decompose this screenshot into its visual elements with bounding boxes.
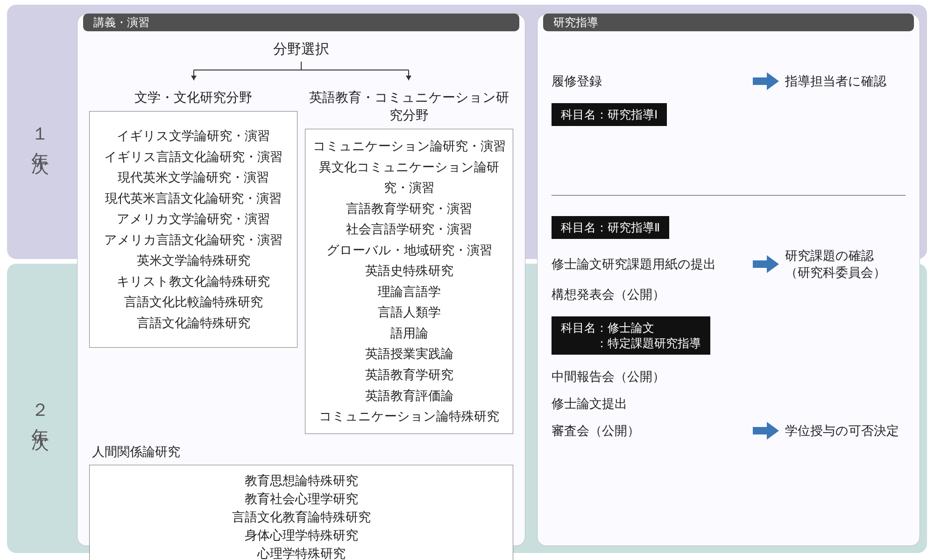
course-item: イギリス文学論研究・演習: [92, 126, 294, 147]
concept-presentation-row: 構想発表会（公開）: [552, 281, 906, 308]
course-item: 言語教育学研究・演習: [308, 198, 510, 219]
course-item: 異文化コミュニケーション論研究・演習: [308, 157, 510, 198]
course-item: 言語文化教育論特殊研究: [92, 508, 510, 526]
course-item: 身体心理学特殊研究: [92, 526, 510, 545]
registration-note: 指導担当者に確認: [785, 73, 906, 90]
course-item: 心理学特殊研究: [92, 545, 510, 560]
course-item: 語用論: [308, 323, 510, 344]
interim-report-row: 中間報告会（公開）: [552, 363, 906, 390]
course-item: 理論言語学: [308, 281, 510, 302]
thesis-submit-label: 修士論文提出: [552, 395, 748, 412]
review-row: 審査会（公開） 学位授与の可否決定: [552, 417, 906, 444]
arrow-right-icon: [753, 71, 780, 91]
course-item: 英米文学論特殊研究: [92, 250, 294, 271]
research-guidance-panel: 研究指導 履修登録 指導担当者に確認 科目名：研究指導Ⅰ 科目名：研究指導Ⅱ 修…: [537, 14, 920, 546]
submit-paper-note: 研究課題の確認 （研究科委員会）: [785, 247, 906, 281]
concept-presentation-label: 構想発表会（公開）: [552, 286, 748, 303]
course-item: 社会言語学研究・演習: [308, 219, 510, 240]
year-divider: [552, 195, 906, 196]
course-item: 現代英米言語文化論研究・演習: [92, 188, 294, 209]
year-1-label: １年次: [14, 5, 65, 259]
course-item: 教育社会心理学研究: [92, 490, 510, 508]
course-pill-3: 科目名：修士論文 ：特定課題研究指導: [552, 316, 710, 355]
human-relations-course-box: 教育思想論特殊研究教育社会心理学研究言語文化教育論特殊研究身体心理学特殊研究心理…: [89, 465, 513, 560]
year-2-label: ２年次: [14, 264, 65, 553]
english-edu-column-head: 英語教育・コミュニケーション研究分野: [305, 89, 513, 124]
branch-connector-icon: [166, 62, 437, 86]
literature-column-head: 文学・文化研究分野: [89, 89, 297, 106]
arrow-right-icon: [753, 421, 780, 441]
course-item: コミュニケーション論特殊研究: [308, 406, 510, 427]
course-item: グローバル・地域研究・演習: [308, 240, 510, 261]
course-item: キリスト教文化論特殊研究: [92, 271, 294, 292]
submit-paper-label: 修士論文研究課題用紙の提出: [552, 256, 748, 273]
course-item: コミュニケーション論研究・演習: [308, 136, 510, 157]
course-item: 言語文化論特殊研究: [92, 313, 294, 334]
registration-row: 履修登録 指導担当者に確認: [552, 68, 906, 95]
interim-report-label: 中間報告会（公開）: [552, 368, 748, 385]
arrow-right-icon: [753, 254, 780, 274]
literature-column: 文学・文化研究分野 イギリス文学論研究・演習イギリス言語文化論研究・演習現代英米…: [89, 89, 297, 434]
review-note: 学位授与の可否決定: [785, 422, 906, 439]
english-edu-course-box: コミュニケーション論研究・演習異文化コミュニケーション論研究・演習言語教育学研究…: [305, 129, 513, 434]
course-item: 現代英米文学論研究・演習: [92, 167, 294, 188]
course-item: 英語史特殊研究: [308, 260, 510, 281]
human-relations-head: 人間関係論研究: [92, 443, 513, 460]
course-item: イギリス言語文化論研究・演習: [92, 147, 294, 168]
thesis-submit-row: 修士論文提出: [552, 390, 906, 417]
course-item: アメリカ言語文化論研究・演習: [92, 230, 294, 251]
research-guidance-panel-title: 研究指導: [553, 15, 598, 30]
course-item: 教育思想論特殊研究: [92, 472, 510, 490]
research-guidance-panel-header: 研究指導: [543, 14, 914, 31]
course-item: 英語授業実践論: [308, 343, 510, 364]
course-item: 英語教育学研究: [308, 364, 510, 385]
literature-course-box: イギリス文学論研究・演習イギリス言語文化論研究・演習現代英米文学論研究・演習現代…: [89, 111, 297, 348]
course-item: 英語教育評価論: [308, 385, 510, 406]
course-item: 言語人類学: [308, 302, 510, 323]
review-label: 審査会（公開）: [552, 422, 748, 439]
course-pill-2: 科目名：研究指導Ⅱ: [552, 216, 669, 239]
lectures-panel-title: 講義・演習: [93, 15, 149, 30]
english-edu-column: 英語教育・コミュニケーション研究分野 コミュニケーション論研究・演習異文化コミュ…: [305, 89, 513, 434]
submit-paper-row: 修士論文研究課題用紙の提出 研究課題の確認 （研究科委員会）: [552, 247, 906, 281]
course-pill-1: 科目名：研究指導Ⅰ: [552, 103, 667, 126]
lectures-panel: 講義・演習 分野選択 文学・文化研究分野 イギリス文学論研究・演習イギリス言語文…: [77, 14, 525, 546]
lectures-panel-header: 講義・演習: [83, 14, 519, 31]
registration-label: 履修登録: [552, 73, 748, 90]
course-item: アメリカ文学論研究・演習: [92, 209, 294, 230]
field-selection-label: 分野選択: [89, 40, 513, 59]
course-item: 言語文化比較論特殊研究: [92, 292, 294, 313]
